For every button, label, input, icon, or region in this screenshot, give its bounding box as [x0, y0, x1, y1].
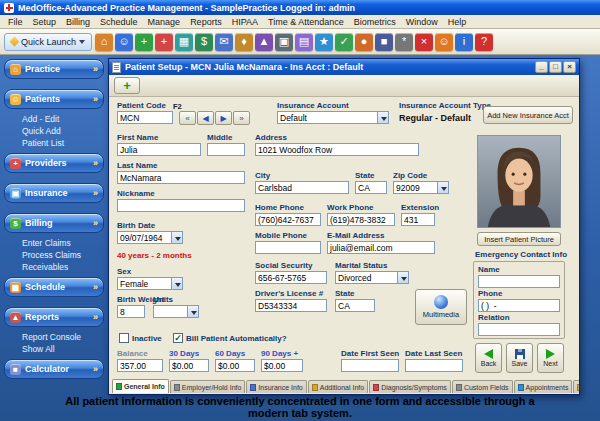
multimedia-button[interactable]: Multimedia	[415, 289, 467, 325]
birth-date-input[interactable]	[117, 231, 171, 244]
user-session-icon[interactable]: ☺	[435, 33, 453, 51]
sidebar-item-providers[interactable]: + Providers »	[4, 153, 104, 173]
nickname-input[interactable]	[117, 199, 245, 212]
claims-icon[interactable]: ✉	[215, 33, 233, 51]
units-select[interactable]	[153, 305, 199, 318]
tab-diagnosis-symptoms[interactable]: Diagnosis/Symptoms	[369, 380, 451, 393]
home-phone-input[interactable]	[255, 213, 321, 226]
save-button[interactable]: Save	[506, 343, 533, 373]
payments-icon[interactable]: ♦	[235, 33, 253, 51]
work-phone-input[interactable]	[327, 213, 395, 226]
providers-icon[interactable]: +	[155, 33, 173, 51]
tab-appointments[interactable]: Appointments	[514, 380, 573, 393]
sidebar-item-patients[interactable]: ☺ Patients »	[4, 89, 104, 109]
dropdown-arrow-icon[interactable]	[187, 305, 199, 318]
checkbox-icon[interactable]	[119, 333, 129, 343]
address-input[interactable]	[255, 143, 419, 156]
sidebar-link[interactable]: Show All	[22, 344, 104, 354]
tab-additional-info[interactable]: Additional Info	[308, 380, 368, 393]
next-record-button[interactable]: ▶	[215, 111, 232, 125]
menu-item[interactable]: HIPAA	[227, 16, 263, 28]
next-button[interactable]: Next	[537, 343, 564, 373]
sidebar-link[interactable]: Report Console	[22, 332, 104, 342]
zip-code-input[interactable]	[393, 181, 437, 194]
sidebar-item-billing[interactable]: $ Billing »	[4, 213, 104, 233]
tab-employer-hold-info[interactable]: Employer/Hold Info	[170, 380, 246, 393]
last-record-button[interactable]: »	[233, 111, 250, 125]
sidebar-link[interactable]: Receivables	[22, 262, 104, 272]
first-record-button[interactable]: «	[179, 111, 196, 125]
sidebar-item-practice[interactable]: ⌂ Practice »	[4, 59, 104, 79]
zip-code-select[interactable]	[393, 181, 449, 194]
sidebar-link[interactable]: Add - Edit	[22, 114, 104, 124]
billing-icon[interactable]: $	[195, 33, 213, 51]
dropdown-arrow-icon[interactable]	[397, 271, 409, 284]
time-attendance-icon[interactable]: ✓	[335, 33, 353, 51]
last-name-input[interactable]	[117, 171, 245, 184]
reports-icon[interactable]: ▲	[255, 33, 273, 51]
insurance-account-value[interactable]	[277, 111, 377, 124]
sidebar-link[interactable]: Quick Add	[22, 126, 104, 136]
sidebar-link[interactable]: Enter Claims	[22, 238, 104, 248]
maximize-icon[interactable]: □	[549, 61, 562, 73]
practice-icon[interactable]: ⌂	[95, 33, 113, 51]
extension-input[interactable]	[401, 213, 435, 226]
add-new-insurance-button[interactable]: Add New Insurance Acct	[483, 106, 573, 124]
add-patient-button[interactable]: +	[114, 77, 140, 94]
info-icon[interactable]: i	[455, 33, 473, 51]
minimize-icon[interactable]: _	[535, 61, 548, 73]
close-icon[interactable]: ×	[563, 61, 576, 73]
marital-status-select[interactable]	[335, 271, 409, 284]
menu-item[interactable]: File	[3, 16, 28, 28]
menu-item[interactable]: Window	[401, 16, 443, 28]
calculator-icon[interactable]: ■	[375, 33, 393, 51]
menu-item[interactable]: Time & Attendance	[263, 16, 349, 28]
social-security-input[interactable]	[255, 271, 327, 284]
hipaa-icon[interactable]: ★	[315, 33, 333, 51]
schedule-icon[interactable]: ▦	[175, 33, 193, 51]
tab-patient-notes[interactable]: Patient Notes	[573, 380, 579, 393]
back-button[interactable]: Back	[475, 343, 502, 373]
units-input[interactable]	[153, 305, 187, 318]
sidebar-item-insurance[interactable]: ▣ Insurance »	[4, 183, 104, 203]
drivers-license-input[interactable]	[255, 299, 327, 312]
sex-select[interactable]	[117, 277, 183, 290]
sidebar-item-reports[interactable]: ▲ Reports »	[4, 307, 104, 327]
menu-item[interactable]: Biometrics	[349, 16, 401, 28]
logout-icon[interactable]: ×	[415, 33, 433, 51]
patient-add-icon[interactable]: +	[135, 33, 153, 51]
quick-launch-button[interactable]: Quick Launch	[4, 33, 92, 51]
insurance-account-select[interactable]	[277, 111, 389, 124]
menu-item[interactable]: Schedule	[95, 16, 143, 28]
patients-icon[interactable]: ☺	[115, 33, 133, 51]
email-input[interactable]	[327, 241, 435, 254]
dropdown-arrow-icon[interactable]	[437, 181, 449, 194]
biometrics-icon[interactable]: ●	[355, 33, 373, 51]
documents-icon[interactable]: ▤	[295, 33, 313, 51]
first-name-input[interactable]	[117, 143, 201, 156]
sidebar-item-schedule[interactable]: ▦ Schedule »	[4, 277, 104, 297]
sex-input[interactable]	[117, 277, 171, 290]
state-input[interactable]	[355, 181, 387, 194]
dropdown-arrow-icon[interactable]	[171, 231, 183, 244]
menu-item[interactable]: Help	[443, 16, 472, 28]
menu-item[interactable]: Setup	[28, 16, 62, 28]
tab-general-info[interactable]: General Info	[112, 379, 169, 393]
dropdown-arrow-icon[interactable]	[377, 111, 389, 124]
menu-item[interactable]: Reports	[185, 16, 227, 28]
inactive-checkbox[interactable]: Inactive	[119, 333, 162, 343]
marital-status-input[interactable]	[335, 271, 397, 284]
previous-record-button[interactable]: ◀	[197, 111, 214, 125]
birth-date-select[interactable]	[117, 231, 183, 244]
menu-item[interactable]: Manage	[143, 16, 186, 28]
bill-automatically-checkbox[interactable]: ✓ Bill Patient Automatically?	[173, 333, 287, 343]
license-state-input[interactable]	[335, 299, 375, 312]
sidebar-link[interactable]: Process Claims	[22, 250, 104, 260]
checkbox-checked-icon[interactable]: ✓	[173, 333, 183, 343]
tab-insurance-info[interactable]: Insurance Info	[246, 380, 306, 393]
emergency-name-input[interactable]	[478, 275, 560, 288]
birth-weight-input[interactable]	[117, 305, 145, 318]
help-icon[interactable]: ?	[475, 33, 493, 51]
sidebar-item-calculator[interactable]: ■ Calculator »	[4, 359, 104, 379]
emergency-relation-input[interactable]	[478, 323, 560, 336]
